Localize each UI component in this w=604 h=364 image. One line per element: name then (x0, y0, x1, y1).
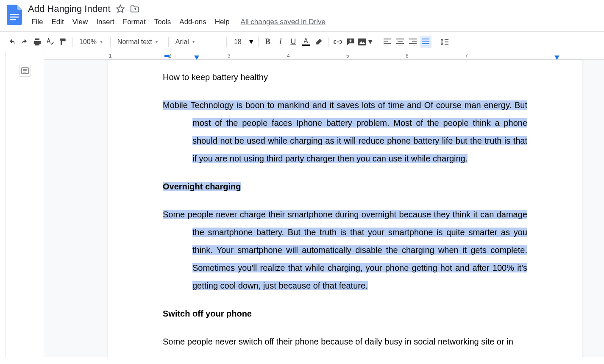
canvas[interactable]: 1 2 3 4 5 6 7 How to keep battery health… (44, 52, 604, 357)
vertical-ruler (0, 52, 6, 357)
subheading[interactable]: Switch off your phone (163, 305, 527, 322)
svg-rect-17 (412, 45, 417, 45)
heading[interactable]: How to keep battery healthy (163, 68, 527, 86)
ruler-mark: 3 (228, 53, 231, 59)
insert-link-button[interactable] (332, 36, 344, 48)
insert-image-button[interactable]: ▼ (357, 36, 374, 48)
left-indent-marker[interactable] (194, 56, 199, 60)
bold-button[interactable]: B (262, 36, 274, 48)
svg-marker-3 (116, 5, 124, 12)
svg-rect-15 (412, 41, 417, 42)
redo-button[interactable] (19, 36, 31, 48)
underline-button[interactable]: U (287, 36, 299, 48)
toolbar: 100%▼ Normal text▼ Arial▼ ▼ B I U A ▼ (0, 32, 604, 52)
menu-view[interactable]: View (69, 16, 92, 28)
menu-edit[interactable]: Edit (48, 16, 67, 28)
ruler-mark: 7 (465, 53, 468, 59)
italic-button[interactable]: I (275, 36, 287, 48)
svg-rect-6 (384, 39, 391, 39)
svg-rect-12 (396, 43, 404, 44)
menu-format[interactable]: Format (120, 16, 149, 28)
outline-panel (6, 52, 44, 357)
title-area: Add Hanging Indent File Edit View Insert… (28, 3, 598, 31)
paragraph[interactable]: Some people never charge their smartphon… (163, 206, 527, 295)
styles-select[interactable]: Normal text▼ (114, 36, 165, 47)
menu-tools[interactable]: Tools (151, 16, 175, 28)
svg-rect-2 (10, 19, 16, 20)
font-size-input[interactable]: ▼ (230, 38, 255, 46)
paint-format-button[interactable] (57, 36, 69, 48)
svg-rect-1 (10, 17, 19, 18)
svg-rect-19 (422, 41, 429, 42)
subheading[interactable]: Overnight charging (163, 178, 527, 195)
page: How to keep battery healthy Mobile Techn… (108, 60, 582, 357)
spellcheck-button[interactable] (44, 36, 56, 48)
svg-rect-9 (384, 45, 388, 45)
docs-logo-icon[interactable] (6, 3, 23, 26)
undo-button[interactable] (6, 36, 18, 48)
svg-rect-0 (10, 14, 19, 15)
ruler-mark: 6 (406, 53, 409, 59)
paragraph[interactable]: Mobile Technology is boon to mankind and… (163, 96, 527, 167)
ruler-mark: 5 (346, 53, 349, 59)
svg-rect-18 (422, 39, 429, 39)
right-indent-marker[interactable] (554, 56, 559, 60)
svg-rect-10 (396, 39, 404, 39)
svg-rect-11 (398, 41, 403, 42)
print-button[interactable] (31, 36, 43, 48)
paragraph[interactable]: Some people never switch off their phone… (163, 333, 527, 350)
line-spacing-button[interactable] (439, 36, 451, 48)
horizontal-ruler[interactable]: 1 2 3 4 5 6 7 (44, 52, 604, 60)
menu-insert[interactable]: Insert (93, 16, 118, 28)
document-title[interactable]: Add Hanging Indent (28, 3, 111, 14)
menu-addons[interactable]: Add-ons (176, 16, 209, 28)
zoom-select[interactable]: 100%▼ (76, 36, 107, 47)
align-left-button[interactable] (381, 36, 393, 48)
menu-help[interactable]: Help (212, 16, 233, 28)
workspace: 1 2 3 4 5 6 7 How to keep battery health… (0, 52, 604, 357)
svg-rect-8 (384, 43, 391, 44)
svg-rect-20 (422, 43, 429, 44)
font-select[interactable]: Arial▼ (172, 36, 223, 47)
document-content[interactable]: How to keep battery healthy Mobile Techn… (108, 68, 582, 350)
move-folder-icon[interactable] (130, 5, 139, 13)
insert-comment-button[interactable] (345, 36, 356, 48)
text-color-button[interactable]: A (300, 36, 312, 48)
align-center-button[interactable] (394, 36, 406, 48)
align-justify-button[interactable] (420, 36, 431, 48)
star-icon[interactable] (116, 4, 125, 14)
svg-rect-21 (422, 45, 429, 45)
first-line-indent-marker[interactable] (164, 55, 170, 57)
ruler-mark: 4 (287, 53, 290, 59)
svg-rect-13 (398, 45, 403, 45)
save-status[interactable]: All changes saved in Drive (241, 18, 326, 26)
outline-icon[interactable] (19, 65, 31, 77)
svg-rect-16 (409, 43, 417, 44)
ruler-mark: 1 (109, 53, 112, 59)
svg-rect-14 (409, 39, 417, 39)
svg-rect-4 (358, 38, 366, 45)
menubar: File Edit View Insert Format Tools Add-o… (28, 16, 598, 31)
menu-file[interactable]: File (28, 16, 46, 28)
header: Add Hanging Indent File Edit View Insert… (0, 0, 604, 32)
svg-rect-7 (384, 41, 388, 42)
align-right-button[interactable] (407, 36, 419, 48)
highlight-button[interactable] (313, 36, 325, 48)
